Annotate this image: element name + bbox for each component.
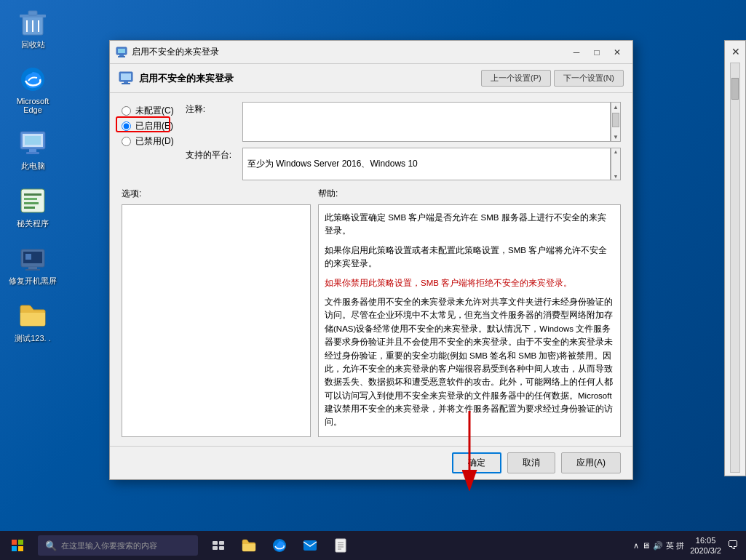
svg-rect-28 — [124, 81, 128, 83]
task-mgr-icon[interactable]: 秘关程序 — [7, 186, 58, 229]
repair-label: 修复开机黑屏 — [9, 276, 57, 287]
dialog-header-title: 启用不安全的来宾登录 — [139, 72, 481, 85]
sys-tray: ∧ 🖥 🔊 英 拼 — [633, 540, 684, 551]
desktop-icons: 回收站 Microsoft Edge — [7, 7, 58, 344]
svg-rect-39 — [219, 546, 224, 550]
start-button[interactable] — [0, 531, 35, 560]
svg-rect-34 — [12, 546, 17, 551]
svg-rect-29 — [122, 83, 130, 84]
svg-rect-25 — [118, 56, 125, 57]
computer-icon[interactable]: 此电脑 — [7, 129, 58, 172]
dialog-header: 启用不安全的来宾登录 上一个设置(P) 下一个设置(N) — [110, 64, 632, 93]
radio-unconfigured[interactable]: 未配置(C) — [122, 105, 174, 117]
time-display: 16:05 — [696, 535, 716, 545]
taskbar-search[interactable]: 🔍 在这里输入你要搜索的内容 — [38, 535, 198, 556]
svg-rect-36 — [213, 541, 218, 545]
svg-rect-41 — [303, 540, 317, 551]
svg-rect-14 — [24, 198, 37, 200]
next-setting-button[interactable]: 下一个设置(N) — [554, 70, 624, 87]
radio-disabled-label: 已禁用(D) — [135, 135, 174, 148]
date-display: 2020/3/2 — [690, 545, 721, 556]
test-folder-icon[interactable]: 测试123. . — [7, 301, 58, 344]
notification-button[interactable]: 🗨 — [727, 539, 739, 552]
platform-value: 至少为 Windows Server 2016、Windows 10 — [242, 148, 611, 180]
options-column: 选项: — [122, 188, 311, 437]
svg-rect-35 — [18, 546, 23, 551]
svg-rect-37 — [219, 541, 224, 545]
svg-rect-12 — [21, 189, 44, 212]
radio-group: 未配置(C) 已启用(E) 已禁用(D) — [122, 102, 174, 151]
note-textarea[interactable] — [242, 102, 611, 142]
mail-taskbar[interactable] — [295, 531, 325, 560]
svg-rect-42 — [336, 539, 346, 552]
notepad-taskbar[interactable] — [326, 531, 355, 560]
platform-label: 支持的平台: — [186, 148, 237, 180]
svg-rect-16 — [24, 207, 35, 209]
svg-rect-10 — [26, 152, 39, 154]
edge-icon[interactable]: Microsoft Edge — [7, 65, 58, 114]
desktop: 回收站 Microsoft Edge — [0, 0, 746, 560]
svg-rect-19 — [28, 267, 37, 269]
secondary-window: ✕ — [724, 40, 746, 476]
maximize-button[interactable]: □ — [587, 44, 606, 60]
apply-button[interactable]: 应用(A) — [561, 452, 621, 473]
network-icon: 🖥 — [642, 541, 650, 550]
svg-rect-32 — [12, 540, 17, 545]
secondary-close-button[interactable]: ✕ — [726, 44, 745, 60]
minimize-button[interactable]: ─ — [567, 44, 586, 60]
note-label: 注释: — [186, 102, 237, 116]
help-text-3: 如果你禁用此策略设置，SMB 客户端将拒绝不安全的来宾登录。 — [325, 276, 614, 289]
svg-rect-38 — [213, 546, 218, 550]
close-button[interactable]: ✕ — [608, 44, 627, 60]
search-placeholder: 在这里输入你要搜索的内容 — [61, 540, 157, 551]
svg-rect-20 — [25, 269, 40, 271]
platform-row: 支持的平台: 至少为 Windows Server 2016、Windows 1… — [186, 148, 621, 180]
repair-icon[interactable]: 修复开机黑屏 — [7, 244, 58, 287]
svg-rect-24 — [119, 55, 124, 56]
options-box — [122, 204, 311, 437]
edge-label: Microsoft Edge — [7, 97, 58, 114]
task-view-button[interactable] — [204, 531, 233, 560]
cancel-button[interactable]: 取消 — [507, 452, 555, 473]
taskbar-center-icons — [204, 531, 355, 560]
svg-rect-33 — [18, 540, 23, 545]
svg-rect-2 — [28, 11, 37, 15]
file-explorer-taskbar[interactable] — [234, 531, 263, 560]
radio-unconfigured-label: 未配置(C) — [135, 105, 174, 117]
test-folder-label: 测试123. . — [15, 333, 51, 344]
dialog-footer: 确定 取消 应用(A) — [110, 446, 632, 479]
recycle-bin-icon[interactable]: 回收站 — [7, 7, 58, 50]
search-icon: 🔍 — [45, 540, 57, 551]
svg-rect-21 — [25, 254, 31, 260]
edge-taskbar[interactable] — [265, 531, 294, 560]
title-bar: 启用不安全的来宾登录 ─ □ ✕ — [110, 41, 632, 64]
svg-rect-11 — [25, 136, 41, 145]
help-label: 帮助: — [318, 188, 621, 200]
svg-rect-27 — [121, 73, 131, 80]
dialog-title-icon — [116, 47, 127, 58]
prev-setting-button[interactable]: 上一个设置(P) — [481, 70, 551, 87]
radio-disabled[interactable]: 已禁用(D) — [122, 135, 174, 148]
taskbar: 🔍 在这里输入你要搜索的内容 — [0, 531, 746, 560]
lang-indicator[interactable]: 英 拼 — [666, 540, 684, 551]
svg-rect-9 — [29, 149, 36, 152]
help-text-4: 文件服务器使用不安全的来宾登录来允许对共享文件夹进行未经身份验证的访问。尽管在企… — [325, 295, 614, 429]
clock[interactable]: 16:05 2020/3/2 — [690, 535, 721, 556]
task-mgr-label: 秘关程序 — [17, 218, 49, 229]
chevron-up-icon[interactable]: ∧ — [633, 541, 639, 551]
ok-button[interactable]: 确定 — [452, 452, 501, 473]
help-text-2: 如果你启用此策略设置或者未配置此策略设置，SMB 客户端将允许不安全的来宾登录。 — [325, 244, 614, 271]
info-section: 注释: ▲ ▼ 支持的平台: — [186, 102, 621, 180]
radio-enabled-label: 已启用(E) — [135, 120, 173, 132]
header-icon — [119, 71, 133, 86]
note-scrollbar[interactable]: ▲ ▼ — [611, 102, 621, 142]
nav-buttons: 上一个设置(P) 下一个设置(N) — [481, 70, 624, 87]
dialog-window: 启用不安全的来宾登录 ─ □ ✕ 启用不安全的来宾登录 上一个设置(P) 下一个… — [109, 40, 633, 480]
svg-rect-23 — [118, 49, 125, 53]
svg-rect-15 — [24, 202, 39, 204]
radio-enabled[interactable]: 已启用(E) — [122, 120, 174, 132]
help-text-1: 此策略设置确定 SMB 客户端是否允许在 SMB 服务器上进行不安全的来宾登录。 — [325, 211, 614, 238]
options-label: 选项: — [122, 188, 311, 200]
svg-rect-13 — [24, 193, 41, 196]
help-box: 此策略设置确定 SMB 客户端是否允许在 SMB 服务器上进行不安全的来宾登录。… — [318, 204, 621, 437]
